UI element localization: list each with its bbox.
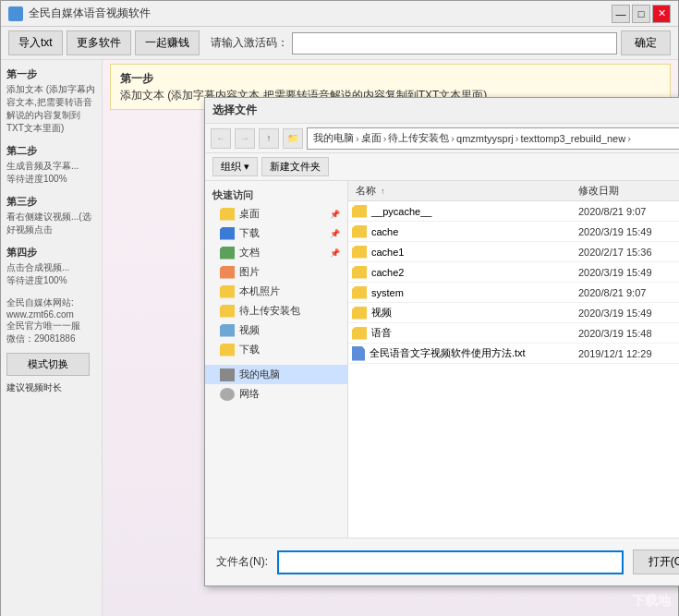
file-name-cell: 全民语音文字视频软件使用方法.txt <box>352 346 578 361</box>
nav-item-local-photos-label: 本机照片 <box>239 284 280 298</box>
file-name-cell: cache1 <box>352 246 578 259</box>
nav-item-video[interactable]: 视频 <box>205 320 347 340</box>
nav-item-desktop-label: 桌面 <box>239 207 260 221</box>
file-date-cell: 2020/3/19 15:49 <box>578 308 679 319</box>
file-date-cell: 2020/8/21 9:07 <box>578 206 679 217</box>
nav-item-downloads-label: 下载 <box>239 226 260 240</box>
mode-switch-button[interactable]: 模式切换 <box>6 353 90 376</box>
download-icon <box>220 227 235 240</box>
file-row[interactable]: 全民语音文字视频软件使用方法.txt2019/12/1 12:29文本文档 <box>348 344 679 364</box>
file-date-cell: 2020/3/19 15:49 <box>578 226 679 237</box>
docs-icon <box>220 247 235 260</box>
folder-icon <box>220 208 235 221</box>
nav-folder-button[interactable]: 📁 <box>283 128 303 149</box>
step1-desc: 添加文本 (添加字幕内容文本,把需要转语音解说的内容复制到TXT文本里面) <box>6 83 96 135</box>
file-row[interactable]: cache12020/2/17 15:36文件夹 <box>348 242 679 262</box>
network-icon <box>220 388 235 401</box>
file-name-cell: 语音 <box>352 326 578 340</box>
import-txt-button[interactable]: 导入txt <box>8 30 63 55</box>
step2-block: 第二步 生成音频及字幕... 等待进度100% <box>6 144 96 186</box>
nav-item-pics[interactable]: 图片 <box>205 262 347 282</box>
nav-item-upload-pkg[interactable]: 待上传安装包 <box>205 301 347 320</box>
app-window: 全民自媒体语音视频软件 — □ ✕ 导入txt 更多软件 一起赚钱 请输入激活码… <box>0 0 679 616</box>
nav-item-docs[interactable]: 文档 📌 <box>205 243 347 262</box>
main-toolbar: 导入txt 更多软件 一起赚钱 请输入激活码： 确定 <box>1 27 678 60</box>
step2-extra: 等待进度100% <box>6 173 96 186</box>
nav-up-button[interactable]: ↑ <box>259 128 279 149</box>
path-part-1: 我的电脑 <box>313 131 354 145</box>
file-row[interactable]: cache2020/3/19 15:49文件夹 <box>348 222 679 242</box>
earn-money-button[interactable]: 一起赚钱 <box>135 30 200 55</box>
nav-item-downloads[interactable]: 下载 📌 <box>205 223 347 243</box>
file-row[interactable]: cache22020/3/19 15:49文件夹 <box>348 262 679 283</box>
file-list-header: 名称 ↑ 修改日期 类型 <box>348 181 679 201</box>
file-list-pane: 名称 ↑ 修改日期 类型 __pycache__2020/8/21 9:07文件… <box>348 181 679 537</box>
file-name-cell: system <box>352 286 578 299</box>
watermark: 下载地 <box>632 593 671 610</box>
open-button[interactable]: 打开(O) <box>633 550 679 574</box>
filename-input[interactable] <box>277 550 624 574</box>
folder-icon-4 <box>220 344 235 356</box>
nav-item-downloads2[interactable]: 下载 <box>205 340 347 359</box>
close-button[interactable]: ✕ <box>652 5 671 23</box>
nav-forward-button[interactable]: → <box>235 128 255 149</box>
nav-item-my-computer[interactable]: 我的电脑 <box>205 365 347 384</box>
pin-icon-3: 📌 <box>330 248 340 258</box>
path-part-3: 待上传安装包 <box>388 131 449 145</box>
folder-icon <box>352 327 367 340</box>
pin-icon-2: 📌 <box>330 229 340 238</box>
title-bar: 全民自媒体语音视频软件 — □ ✕ <box>1 1 678 27</box>
step1-block: 第一步 添加文本 (添加字幕内容文本,把需要转语音解说的内容复制到TXT文本里面… <box>6 67 96 135</box>
confirm-button[interactable]: 确定 <box>621 30 671 55</box>
folder-icon <box>352 225 367 238</box>
file-name-label: cache1 <box>371 247 404 258</box>
recommend-label: 建议视频时长 <box>6 381 96 394</box>
pics-icon <box>220 266 235 279</box>
nav-item-desktop[interactable]: 桌面 📌 <box>205 204 347 223</box>
new-folder-button[interactable]: 新建文件夹 <box>261 157 329 176</box>
file-row[interactable]: 语音2020/3/19 15:48文件夹 <box>348 323 679 344</box>
sort-arrow: ↑ <box>381 187 385 196</box>
official-label: 全民官方唯一一服 <box>6 320 96 332</box>
activation-label: 请输入激活码： <box>211 35 288 51</box>
step3-title: 第三步 <box>6 195 96 209</box>
dialog-title: 选择文件 <box>212 103 257 118</box>
nav-item-my-computer-label: 我的电脑 <box>239 368 280 381</box>
path-part-5: texttomp3_rebuild_new <box>520 133 625 144</box>
file-row[interactable]: 视频2020/3/19 15:49文件夹 <box>348 303 679 323</box>
dialog-toolbar: 组织 ▾ 新建文件夹 <box>205 153 679 181</box>
file-name-label: system <box>371 287 404 298</box>
nav-back-button[interactable]: ← <box>211 128 231 149</box>
nav-item-network[interactable]: 网络 <box>205 384 347 404</box>
filename-label: 文件名(N): <box>216 554 268 570</box>
file-rows-container: __pycache__2020/8/21 9:07文件夹cache2020/3/… <box>348 201 679 364</box>
path-part-2: 桌面 <box>361 131 382 145</box>
address-path[interactable]: 我的电脑 › 桌面 › 待上传安装包 › qmzmtyysprj › textt… <box>307 127 679 150</box>
nav-item-downloads2-label: 下载 <box>239 343 260 356</box>
nav-item-local-photos[interactable]: 本机照片 <box>205 282 347 301</box>
organize-button[interactable]: 组织 ▾ <box>212 157 258 176</box>
address-bar: ← → ↑ 📁 我的电脑 › 桌面 › 待上传安装包 › qmzmtyysprj… <box>205 124 679 153</box>
step3-block: 第三步 看右侧建议视频...(选好视频点击 <box>6 195 96 236</box>
nav-item-pics-label: 图片 <box>239 265 260 279</box>
title-bar-left: 全民自媒体语音视频软件 <box>8 6 151 21</box>
file-name-cell: cache2 <box>352 266 578 279</box>
file-row[interactable]: __pycache__2020/8/21 9:07文件夹 <box>348 201 679 222</box>
file-row[interactable]: system2020/8/21 9:07文件夹 <box>348 283 679 303</box>
step3-desc: 看右侧建议视频...(选好视频点击 <box>6 211 96 236</box>
app-title: 全民自媒体语音视频软件 <box>29 6 151 21</box>
step4-block: 第四步 点击合成视频... 等待进度100% <box>6 246 96 287</box>
site-label: 全民自媒体网站: <box>6 296 96 309</box>
file-date-cell: 2020/3/19 15:49 <box>578 267 679 278</box>
maximize-button[interactable]: □ <box>632 5 650 23</box>
minimize-button[interactable]: — <box>612 5 630 23</box>
filename-bar: 文件名(N): 打开(O) 取消 <box>205 537 679 586</box>
main-content: 第一步 添加文本 (添加字幕内容文本,把需要转语音解说的内容复制到TXT文本里面… <box>103 60 678 616</box>
step4-desc: 点击合成视频... <box>6 261 96 274</box>
file-name-label: 视频 <box>371 306 392 320</box>
app-icon <box>8 6 23 21</box>
activation-input[interactable] <box>292 32 617 54</box>
more-software-button[interactable]: 更多软件 <box>67 30 131 55</box>
step1-bar-title: 第一步 <box>120 72 153 85</box>
step1-title: 第一步 <box>6 67 96 81</box>
